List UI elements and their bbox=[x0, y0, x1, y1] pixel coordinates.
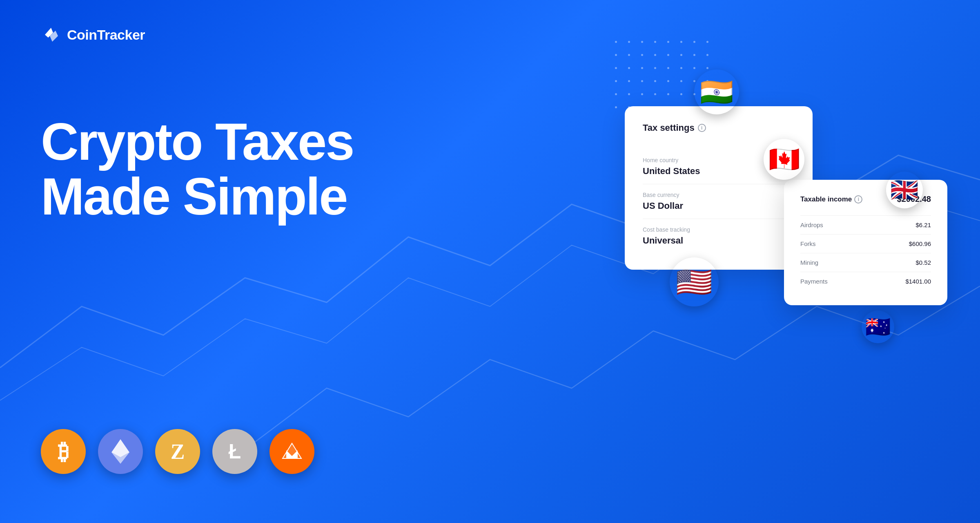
hero-title: Crypto Taxes Made Simple bbox=[41, 114, 353, 224]
airdrops-label: Airdrops bbox=[800, 221, 823, 228]
payments-value: $1401.00 bbox=[905, 278, 931, 285]
taxable-income-info-icon[interactable]: i bbox=[854, 195, 862, 203]
cost-base-value: Universal bbox=[643, 235, 795, 246]
payments-label: Payments bbox=[800, 278, 828, 285]
mining-row: Mining $0.52 bbox=[800, 253, 931, 272]
forks-label: Forks bbox=[800, 240, 816, 247]
litecoin-icon: Ł bbox=[212, 429, 257, 474]
cointracker-logo-icon bbox=[41, 25, 61, 45]
mining-label: Mining bbox=[800, 259, 818, 266]
crypto-coins-row: ₿ Z Ł bbox=[41, 429, 314, 474]
logo-text: CoinTracker bbox=[67, 27, 145, 43]
logo[interactable]: CoinTracker bbox=[41, 25, 145, 45]
mining-value: $0.52 bbox=[915, 259, 931, 266]
bitcoin-icon: ₿ bbox=[41, 429, 86, 474]
usa-flag: 🇺🇸 bbox=[670, 257, 719, 306]
airdrops-value: $6.21 bbox=[915, 221, 931, 228]
ethereum-icon bbox=[98, 429, 143, 474]
hero-section: Crypto Taxes Made Simple bbox=[41, 114, 353, 224]
monero-icon bbox=[270, 429, 314, 474]
tax-settings-title: Tax settings i bbox=[643, 123, 795, 133]
base-currency-value: US Dollar bbox=[643, 201, 795, 211]
cards-area: 🇮🇳 🇨🇦 🇬🇧 🇺🇸 🇦🇺 Tax settings i Home count… bbox=[612, 82, 947, 368]
cost-base-label: Cost base tracking bbox=[643, 226, 795, 233]
australia-flag: 🇦🇺 bbox=[862, 311, 894, 343]
tax-settings-info-icon[interactable]: i bbox=[698, 124, 706, 132]
zcash-icon: Z bbox=[155, 429, 200, 474]
airdrops-row: Airdrops $6.21 bbox=[800, 215, 931, 234]
canada-flag: 🇨🇦 bbox=[764, 139, 804, 180]
payments-row: Payments $1401.00 bbox=[800, 272, 931, 291]
base-currency-label: Base currency bbox=[643, 192, 795, 198]
india-flag: 🇮🇳 bbox=[694, 69, 739, 114]
uk-flag: 🇬🇧 bbox=[886, 172, 923, 208]
taxable-income-title: Taxable income i bbox=[800, 195, 862, 203]
base-currency-row[interactable]: Base currency US Dollar bbox=[643, 184, 795, 219]
forks-value: $600.96 bbox=[909, 240, 931, 247]
forks-row: Forks $600.96 bbox=[800, 234, 931, 253]
taxable-income-card: Taxable income i $2002.48 Airdrops $6.21… bbox=[784, 180, 947, 305]
cost-base-row[interactable]: Cost base tracking Universal bbox=[643, 219, 795, 253]
